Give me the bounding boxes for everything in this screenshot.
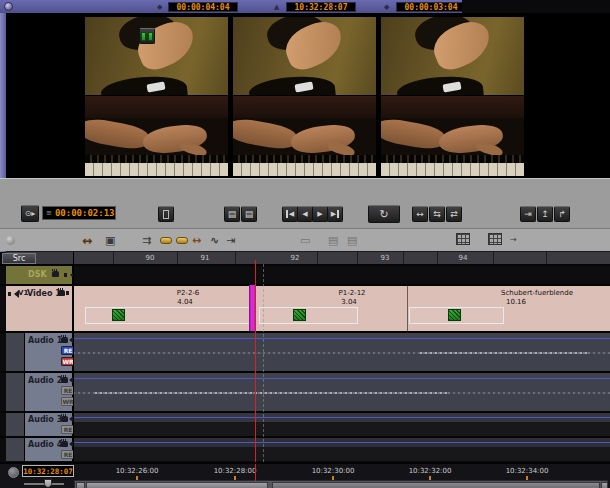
clip-segment[interactable] — [85, 307, 250, 324]
review-outgoing-button[interactable] — [224, 206, 240, 222]
toolbar-menu-icon[interactable] — [6, 236, 15, 245]
scrollbar-thumb[interactable] — [86, 482, 268, 488]
audio4-track-label[interactable]: Audio 4 — [28, 440, 62, 449]
extract-button[interactable] — [554, 206, 570, 222]
tracking-menu-icon[interactable] — [46, 209, 52, 218]
bottom-ruler-label: 10:32:26:00 — [116, 467, 159, 475]
timeline-playhead[interactable] — [255, 260, 256, 462]
slip-left-button[interactable] — [429, 206, 445, 222]
incoming-duration-value: 00:00:03:04 — [405, 3, 458, 12]
scrollbar-left-cap[interactable] — [76, 482, 85, 488]
scrollbar-thumb-2[interactable] — [272, 482, 600, 488]
speaker-icon[interactable] — [63, 440, 72, 448]
bottom-timecode-value: 10:32:28:07 — [23, 467, 73, 476]
go-to-out-button[interactable] — [520, 206, 536, 222]
audio-level-line — [73, 338, 610, 339]
speaker-icon[interactable] — [8, 290, 17, 298]
audio2-track-header[interactable]: Audio 2 RE WR — [6, 373, 73, 411]
trim-left-1-button[interactable] — [297, 206, 313, 222]
position-timecode-display[interactable]: 00:00:02:13 — [42, 206, 116, 220]
speaker-icon[interactable] — [63, 336, 72, 344]
trim-both-sides-button[interactable] — [412, 206, 428, 222]
wr-label: WR — [62, 398, 73, 405]
ruler-number: 90 — [146, 254, 155, 262]
position-timecode-value: 00:00:02:13 — [55, 208, 115, 218]
trim-left-8-button[interactable] — [282, 206, 298, 222]
source-record-toggle[interactable]: Src — [2, 253, 36, 264]
trim-mode-alt-button[interactable] — [158, 206, 174, 222]
segment-pill-icon[interactable] — [176, 237, 188, 244]
hand-icon[interactable] — [52, 271, 59, 277]
clip-marker[interactable] — [448, 309, 461, 321]
audio3-track-header[interactable]: Audio 3 RE — [6, 413, 73, 436]
clip-marker[interactable] — [112, 309, 125, 321]
trim-tool-icon[interactable] — [82, 235, 92, 247]
trim-mode-button[interactable] — [139, 28, 155, 44]
audio1-track-label[interactable]: Audio 1 — [28, 336, 62, 345]
video-track-header[interactable]: V1 Video 1 — [6, 286, 73, 331]
timeline-ruler[interactable]: Src 90 91 92 93 94 — [6, 252, 610, 264]
clip-duration: 3.04 — [341, 298, 357, 306]
audio1-source-cell — [6, 333, 25, 371]
timeline-scrollbar[interactable] — [74, 480, 608, 488]
outgoing-duration-display[interactable]: 00:00:04:04 — [168, 2, 238, 12]
speaker-icon[interactable] — [64, 271, 73, 279]
audio3-track-label[interactable]: Audio 3 — [28, 415, 62, 424]
audio1-track-header[interactable]: Audio 1 RE WR — [6, 333, 73, 371]
re-label: RE — [64, 451, 73, 458]
frame-current-hands-selected[interactable] — [233, 96, 376, 176]
audio1-waveform-bright — [420, 352, 590, 354]
dsk-track-header[interactable]: DSK — [6, 266, 73, 284]
slip-right-button[interactable] — [446, 206, 462, 222]
trim-right-1-button[interactable] — [312, 206, 328, 222]
clip-segment[interactable] — [259, 307, 358, 324]
wr-label: WR — [62, 358, 73, 365]
audio2-track-label[interactable]: Audio 2 — [28, 376, 62, 385]
frame-outgoing-face[interactable] — [85, 17, 228, 95]
title-bar[interactable]: 00:00:04:04 10:32:28:07 00:00:03:04 — [0, 0, 610, 13]
speaker-icon[interactable] — [63, 376, 72, 384]
sync-lock-icon[interactable] — [58, 290, 65, 296]
pianist-face-image — [85, 17, 228, 95]
edit-cut[interactable] — [407, 286, 408, 331]
go-to-transition-icon — [25, 210, 36, 218]
re-label: RE — [64, 387, 73, 394]
bottom-ruler-label: 10:32:28:00 — [214, 467, 257, 475]
segment-move-icon[interactable] — [142, 235, 151, 246]
timeline-menu-icon[interactable] — [8, 467, 19, 478]
play-loop-button[interactable] — [368, 205, 400, 223]
master-timecode-display[interactable]: 10:32:28:07 — [286, 2, 356, 12]
review-incoming-button[interactable] — [241, 206, 257, 222]
zoom-slider-thumb[interactable] — [44, 479, 52, 488]
frame-incoming-face[interactable] — [381, 17, 524, 95]
dsk-track-content[interactable] — [73, 266, 610, 284]
window-menu-icon[interactable] — [4, 2, 13, 11]
frame-current-face[interactable] — [233, 17, 376, 95]
trim-control-panel: 00:00:00:00 00:00:00:00 00:00:02:13 — [0, 178, 610, 228]
waveform-icon[interactable] — [210, 235, 219, 246]
bottom-timecode-display[interactable]: 10:32:28:07 — [22, 465, 74, 477]
piano-hands-image — [85, 96, 228, 176]
step-in-icon[interactable] — [226, 235, 235, 246]
frame-incoming-hands[interactable] — [381, 96, 524, 176]
mark-icon — [157, 2, 162, 12]
audio-level-line — [73, 378, 610, 379]
trim-right-8-button[interactable] — [327, 206, 343, 222]
incoming-duration-display[interactable]: 00:00:03:04 — [396, 2, 466, 12]
timeline-view-icon[interactable] — [105, 235, 115, 246]
scrollbar-right-cap[interactable] — [601, 482, 608, 488]
ruler-number: 93 — [381, 254, 390, 262]
lift-button[interactable] — [537, 206, 553, 222]
frame-outgoing-hands[interactable] — [85, 96, 228, 176]
segment-pill-icon[interactable] — [160, 237, 172, 244]
go-to-transition-button[interactable] — [21, 205, 39, 222]
dual-roller-trim-icon[interactable] — [192, 235, 201, 246]
speaker-icon[interactable] — [63, 415, 72, 423]
clip-marker[interactable] — [293, 309, 306, 321]
dual-roller-icon — [141, 32, 146, 41]
pianist-face-image — [381, 17, 524, 95]
effect-grid-icon[interactable] — [488, 233, 502, 245]
video-grid-icon[interactable] — [456, 233, 470, 245]
audio4-track-header[interactable]: Audio 4 RE — [6, 438, 73, 461]
video-track-label[interactable]: Video 1 — [27, 289, 61, 298]
